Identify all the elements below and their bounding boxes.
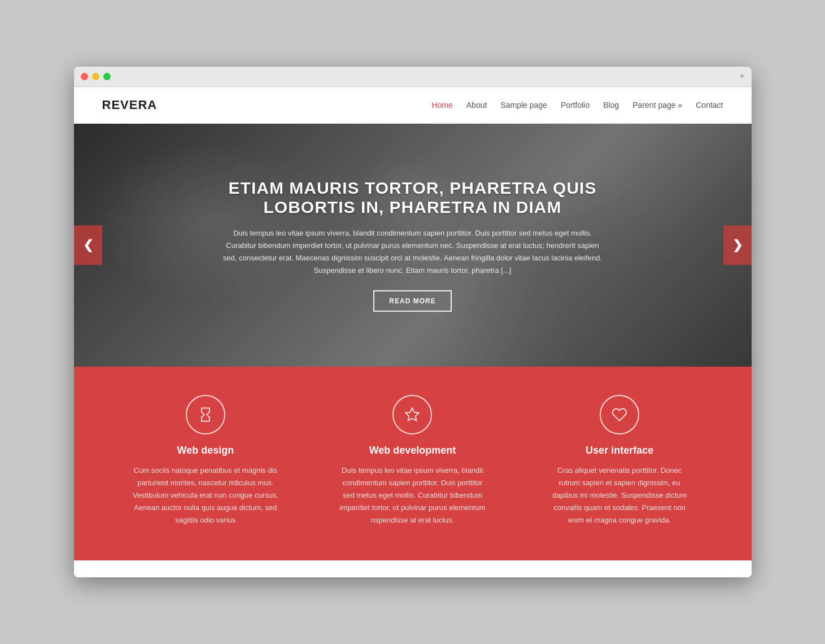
web-development-icon-circle <box>392 395 432 434</box>
browser-buttons <box>81 73 111 80</box>
site-footer <box>74 560 752 577</box>
heart-icon <box>612 407 627 423</box>
site-logo: REVERA <box>102 98 158 112</box>
feature-web-design: Web design Cum sociis natoque penatibus … <box>115 395 296 526</box>
hero-text: Duis tempus leo vitae ipsum viverra, bla… <box>221 227 605 277</box>
nav-parent-page[interactable]: Parent page » <box>632 101 682 110</box>
read-more-button[interactable]: READ MORE <box>373 290 451 312</box>
hero-title: ETIAM MAURIS TORTOR, PHARETRA QUIS LOBOR… <box>221 179 605 217</box>
nav-about[interactable]: About <box>466 101 487 110</box>
star-icon <box>404 407 420 423</box>
site-nav: Home About Sample page Portfolio Blog Pa… <box>431 101 723 110</box>
expand-icon[interactable]: + <box>739 71 744 81</box>
browser-titlebar: + <box>74 67 752 87</box>
chevron-right-icon: ❯ <box>732 238 743 253</box>
hourglass-icon <box>198 407 213 423</box>
slider-next-button[interactable]: ❯ <box>723 225 752 265</box>
web-design-title: Web design <box>132 445 279 456</box>
browser-window: + REVERA Home About Sample page Portfoli… <box>74 67 752 577</box>
user-interface-title: User interface <box>546 445 693 456</box>
feature-user-interface: User interface Cras aliquet venenatis po… <box>529 395 710 526</box>
maximize-button[interactable] <box>103 73 111 80</box>
svg-marker-0 <box>406 408 419 420</box>
site-header: REVERA Home About Sample page Portfolio … <box>74 87 752 124</box>
nav-home[interactable]: Home <box>431 101 452 110</box>
chevron-left-icon: ❮ <box>83 238 93 253</box>
nav-contact[interactable]: Contact <box>696 101 723 110</box>
user-interface-text: Cras aliquet venenatis porttitor. Donec … <box>546 464 693 526</box>
slider-prev-button[interactable]: ❮ <box>74 225 102 265</box>
hero-content: ETIAM MAURIS TORTOR, PHARETRA QUIS LOBOR… <box>221 179 605 312</box>
nav-portfolio[interactable]: Portfolio <box>561 101 590 110</box>
user-interface-icon-circle <box>600 395 639 434</box>
nav-sample-page[interactable]: Sample page <box>500 101 547 110</box>
feature-web-development: Web development Duis tempus leo vitae ip… <box>322 395 503 526</box>
site-wrapper: REVERA Home About Sample page Portfolio … <box>74 87 752 577</box>
web-development-text: Duis tempus leo vitae ipsum viverra, bla… <box>339 464 486 526</box>
web-development-title: Web development <box>339 445 486 456</box>
web-design-icon-circle <box>186 395 225 434</box>
close-button[interactable] <box>81 73 88 80</box>
web-design-text: Cum sociis natoque penatibus et magnis d… <box>132 464 279 526</box>
minimize-button[interactable] <box>92 73 99 80</box>
nav-blog[interactable]: Blog <box>603 101 619 110</box>
hero-section: ❮ ETIAM MAURIS TORTOR, PHARETRA QUIS LOB… <box>74 124 752 367</box>
features-section: Web design Cum sociis natoque penatibus … <box>74 367 752 560</box>
